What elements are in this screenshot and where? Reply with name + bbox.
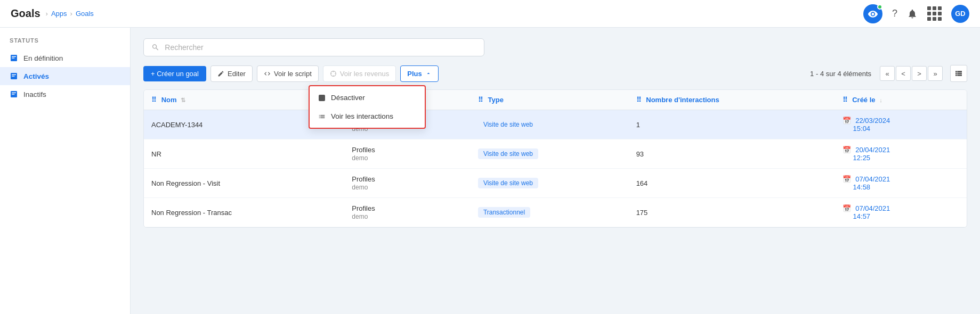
goals-table: ⠿ Nom ⇅ Entité ⠿ Type ⠿ — [143, 89, 967, 228]
pagination-buttons: « < > » — [880, 66, 943, 81]
type-badge: Visite de site web — [478, 178, 538, 188]
search-input[interactable] — [165, 43, 476, 52]
plus-dropdown-menu: Désactiver Voir les interactions — [309, 85, 426, 129]
cell-type: Visite de site web — [471, 169, 629, 198]
apps-grid-icon[interactable] — [927, 6, 942, 21]
user-avatar-gd[interactable]: GD — [951, 5, 969, 23]
sidebar-item-en-definition[interactable]: En définition — [0, 49, 130, 67]
table-body: ACADEMY-1344 regressionTestdemo Visite d… — [144, 110, 967, 227]
table: ⠿ Nom ⇅ Entité ⠿ Type ⠿ — [144, 90, 967, 227]
dropdown-voir-interactions-label: Voir les interactions — [331, 112, 393, 120]
svg-rect-8 — [12, 94, 14, 94]
svg-rect-2 — [12, 57, 14, 58]
sidebar-label-actives: Activés — [23, 72, 49, 80]
svg-rect-5 — [12, 76, 14, 76]
nom-sort-icon[interactable]: ⇅ — [181, 97, 185, 103]
edit-icon — [217, 70, 224, 77]
sidebar-section-statuts: STATUTS — [0, 37, 130, 49]
date-value: 📅 20/04/202112:25 — [843, 146, 890, 162]
pagination-info: 1 - 4 sur 4 éléments — [810, 70, 871, 78]
date-value: 📅 22/03/202415:04 — [843, 117, 890, 133]
help-icon[interactable]: ? — [892, 8, 897, 19]
edit-button[interactable]: Editer — [210, 65, 253, 82]
voir-script-button[interactable]: Voir le script — [257, 65, 319, 82]
toolbar: + Créer un goal Editer Voir le script Vo… — [143, 65, 967, 82]
square-icon — [318, 94, 326, 102]
cell-date: 📅 20/04/202112:25 — [835, 139, 967, 169]
table-row[interactable]: Non Regression - Visit Profilesdemo Visi… — [144, 169, 967, 198]
plus-button[interactable]: Plus — [400, 65, 438, 82]
cell-nom: Non Regression - Transac — [144, 198, 344, 227]
main-content: + Créer un goal Editer Voir le script Vo… — [131, 28, 980, 314]
create-goal-button[interactable]: + Créer un goal — [143, 66, 206, 81]
list-icon — [318, 113, 326, 120]
cree-le-sort-icon[interactable]: ↓ — [879, 97, 882, 103]
sidebar-item-actives[interactable]: Activés — [0, 67, 130, 85]
dropdown-voir-interactions[interactable]: Voir les interactions — [310, 107, 425, 126]
svg-rect-7 — [12, 93, 16, 93]
sidebar-item-inactifs[interactable]: Inactifs — [0, 85, 130, 103]
cell-type: Transactionnel — [471, 198, 629, 227]
next-page-button[interactable]: > — [912, 66, 927, 81]
cell-profile: Profilesdemo — [344, 169, 471, 198]
list-view-icon — [954, 69, 963, 78]
date-value: 📅 07/04/202114:58 — [843, 175, 890, 191]
cell-date: 📅 22/03/202415:04 — [835, 110, 967, 139]
inactifs-icon — [10, 90, 18, 98]
date-value: 📅 07/04/202114:57 — [843, 204, 890, 220]
cell-date: 📅 07/04/202114:57 — [835, 198, 967, 227]
cell-interactions: 1 — [629, 110, 835, 139]
voir-revenus-label: Voir les revenus — [340, 70, 390, 78]
col-type-label: Type — [488, 96, 504, 104]
first-page-button[interactable]: « — [880, 66, 895, 81]
table-row[interactable]: Non Regression - Transac Profilesdemo Tr… — [144, 198, 967, 227]
topbar-actions: ? GD — [863, 4, 969, 23]
cell-interactions: 93 — [629, 139, 835, 169]
table-row[interactable]: NR Profilesdemo Visite de site web 93 📅 … — [144, 139, 967, 169]
calendar-icon: 📅 — [843, 175, 851, 183]
prev-page-button[interactable]: < — [896, 66, 911, 81]
cell-type: Visite de site web — [471, 139, 629, 169]
topbar: Goals › Apps › Goals ? GD — [0, 0, 980, 28]
chevron-up-icon — [425, 70, 432, 77]
cell-nom: NR — [144, 139, 344, 169]
main-layout: STATUTS En définition Activés I — [0, 28, 980, 314]
cell-interactions: 164 — [629, 169, 835, 198]
cell-profile: Profilesdemo — [344, 198, 471, 227]
notification-icon[interactable] — [907, 9, 918, 19]
dropdown-desactiver[interactable]: Désactiver — [310, 88, 425, 107]
cell-profile: Profilesdemo — [344, 139, 471, 169]
svg-rect-9 — [319, 95, 325, 101]
breadcrumb-apps[interactable]: Apps — [51, 10, 67, 18]
col-interactions-label: Nombre d'interactions — [646, 96, 719, 104]
last-page-button[interactable]: » — [928, 66, 943, 81]
sidebar-label-inactifs: Inactifs — [23, 90, 46, 98]
breadcrumb-arrow-1: › — [46, 10, 48, 18]
col-type-icon: ⠿ — [478, 96, 483, 104]
calendar-icon: 📅 — [843, 146, 851, 154]
voir-revenus-button[interactable]: Voir les revenus — [323, 65, 396, 82]
search-bar — [143, 38, 484, 56]
online-indicator — [877, 4, 882, 10]
app-title: Goals — [11, 7, 41, 20]
list-view-button[interactable] — [950, 65, 967, 82]
cell-interactions: 175 — [629, 198, 835, 227]
eye-icon — [868, 9, 878, 19]
breadcrumb-arrow-2: › — [70, 10, 72, 18]
col-cree-le-label: Créé le — [852, 96, 875, 104]
sidebar-label-en-definition: En définition — [23, 54, 63, 62]
col-interactions: ⠿ Nombre d'interactions — [629, 90, 835, 110]
breadcrumb: › Apps › Goals — [46, 10, 94, 18]
voir-script-label: Voir le script — [274, 70, 312, 78]
plus-label: Plus — [407, 70, 422, 78]
edit-label: Editer — [228, 70, 246, 78]
user-avatar-watch[interactable] — [863, 4, 882, 23]
actives-icon — [10, 72, 18, 80]
col-cree-le: ⠿ Créé le ↓ — [835, 90, 967, 110]
calendar-icon: 📅 — [843, 204, 851, 212]
col-cree-le-icon: ⠿ — [843, 96, 848, 104]
table-row[interactable]: ACADEMY-1344 regressionTestdemo Visite d… — [144, 110, 967, 139]
svg-rect-1 — [12, 56, 16, 57]
breadcrumb-goals: Goals — [76, 10, 94, 18]
col-nom-label: Nom — [161, 96, 177, 104]
